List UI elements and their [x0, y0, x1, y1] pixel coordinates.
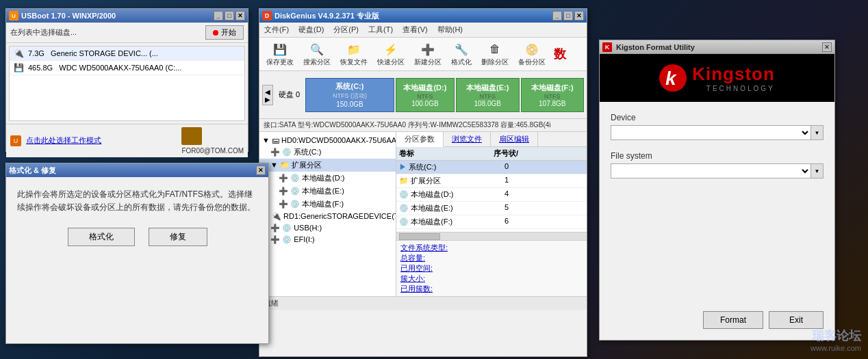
- partition-icon: 💿: [282, 148, 294, 156]
- tree-item-hd0[interactable]: ▼ 🖴 HD0:WDCWD5000AAKX-75U6AA0(466GB): [259, 135, 396, 146]
- tree-item-c[interactable]: ➕ 💿 系统(C:): [259, 146, 396, 159]
- diskgenius-window: D DiskGenius V4.9.2.371 专业版 _ □ ✕ 文件(F) …: [259, 8, 587, 357]
- table-row[interactable]: 📁 扩展分区 1: [396, 174, 587, 188]
- kingston-close-button[interactable]: ✕: [822, 42, 832, 52]
- info-cluster[interactable]: 簇大小:: [400, 274, 583, 284]
- kingston-body: Device ▼ File system ▼ Format Exit: [600, 102, 834, 340]
- partition-e[interactable]: 本地磁盘(E:) NTFS 108.0GB: [456, 78, 519, 112]
- expand-icon: ➕: [279, 200, 290, 208]
- toolbar-format-button[interactable]: 🔧 格式化: [447, 40, 476, 68]
- menu-file[interactable]: 文件(F): [262, 24, 291, 36]
- table-row[interactable]: 💿 本地磁盘(E:) 5: [396, 202, 587, 215]
- kingston-text-block: Kingston TECHNOLOGY: [692, 64, 775, 92]
- diskgenius-maximize-button[interactable]: □: [563, 11, 573, 21]
- tree-item-e[interactable]: ➕ 💿 本地磁盘(E:): [259, 185, 396, 198]
- kingston-filesystem-label: File system: [611, 151, 824, 161]
- diskgenius-close-button[interactable]: ✕: [574, 11, 584, 21]
- partition-f[interactable]: 本地磁盘(F:) NTFS 107.8GB: [521, 78, 584, 112]
- menu-partition[interactable]: 分区(P): [331, 24, 361, 36]
- usboot-logo: U: [10, 135, 21, 146]
- info-total[interactable]: 总容量:: [400, 253, 583, 263]
- list-item[interactable]: 💾 465.8G WDC WD5000AAKX-75U6AA0 (C:...: [10, 61, 244, 75]
- diskgenius-minimize-button[interactable]: _: [552, 11, 562, 21]
- list-item[interactable]: 🔌 7.3G Generic STORAGE DEVIC... (...: [10, 46, 244, 61]
- col-label-header: 卷标: [399, 148, 481, 159]
- tree-item-efi[interactable]: ➕ 💿 EFI(I:): [259, 234, 396, 245]
- tab-browse-files[interactable]: 浏览文件: [444, 132, 491, 146]
- partition-list-header: 卷标 序号 状/: [396, 147, 587, 161]
- info-filesystem[interactable]: 文件系统类型:: [400, 243, 583, 253]
- kingston-device-dropdown-arrow[interactable]: ▼: [811, 125, 824, 140]
- diskgenius-tree: ▼ 🖴 HD0:WDCWD5000AAKX-75U6AA0(466GB) ➕ 💿…: [259, 132, 396, 296]
- diskgenius-title: DiskGenius V4.9.2.371 专业版: [275, 11, 379, 21]
- search-icon: 🔍: [309, 41, 325, 57]
- repair-button[interactable]: 修复: [149, 228, 207, 246]
- toolbar-save-button[interactable]: 💾 保存更改: [262, 40, 298, 68]
- menu-view[interactable]: 查看(V): [400, 24, 430, 36]
- kingston-brand-name: Kingston: [692, 64, 775, 85]
- usboot-maximize-button[interactable]: □: [225, 11, 234, 21]
- menu-disk[interactable]: 硬盘(D): [296, 24, 326, 36]
- scrollbar-thumb[interactable]: [399, 233, 440, 240]
- format-repair-description: 此操作会将所选定的设备或分区格式化为FAT/NTFS格式。选择继续操作将会破坏设…: [17, 188, 257, 214]
- usboot-title: USBoot 1.70 - WINXP/2000: [21, 12, 116, 20]
- tree-item-extended[interactable]: ▼ 📁 扩展分区: [259, 159, 396, 172]
- partition-small-icon: ▶: [399, 163, 409, 171]
- info-used[interactable]: 已用空间:: [400, 263, 583, 274]
- tree-item-f[interactable]: ➕ 💿 本地磁盘(F:): [259, 198, 396, 211]
- info-usedcluster[interactable]: 已用簇数:: [400, 284, 583, 294]
- kingston-icon: K: [602, 42, 612, 52]
- format-button[interactable]: 格式化: [68, 228, 135, 246]
- format-repair-close-button[interactable]: ✕: [256, 165, 266, 175]
- table-row[interactable]: ▶ 系统(C:) 0: [396, 161, 587, 174]
- partition-icon: 💿: [282, 224, 294, 232]
- table-row[interactable]: 💿 本地磁盘(F:) 6: [396, 215, 587, 229]
- tab-sector-edit[interactable]: 扇区编辑: [491, 132, 538, 146]
- tree-item-usb[interactable]: ➕ 💿 USB(H:): [259, 222, 396, 234]
- usboot-toolbar: 在列表中选择磁盘... 开始: [6, 23, 248, 43]
- diskgenius-right-panel: 分区参数 浏览文件 扇区编辑 卷标 序号 状/ ▶ 系统(C:) 0: [396, 132, 587, 296]
- tree-item-rd1[interactable]: ▼ 🔌 RD1:GenericSTORAGEDEVICE(7GB): [259, 211, 396, 222]
- partition-icon: 💿: [282, 235, 294, 243]
- format-repair-titlebar: 格式化 & 修复 ✕: [6, 163, 268, 177]
- tab-partition-params[interactable]: 分区参数: [396, 132, 444, 147]
- drive-icon: 🔌: [14, 49, 24, 58]
- toolbar-search-button[interactable]: 🔍 搜索分区: [299, 40, 335, 68]
- usboot-close-button[interactable]: ✕: [235, 11, 245, 21]
- partition-f-icon: 💿: [399, 217, 411, 226]
- toolbar-backup-button[interactable]: 📀 备份分区: [514, 40, 550, 68]
- usboot-work-mode-link[interactable]: 点击此处选择工作模式: [26, 136, 101, 144]
- expand-icon: ➕: [270, 224, 282, 232]
- tree-expand-icon: ▼: [262, 136, 272, 144]
- menu-tools[interactable]: 工具(T): [366, 24, 395, 36]
- kingston-device-select[interactable]: [611, 125, 811, 140]
- toolbar-delete-button[interactable]: 🗑 删除分区: [477, 40, 513, 68]
- format-repair-content: 此操作会将所选定的设备或分区格式化为FAT/NTFS格式。选择继续操作将会破坏设…: [6, 177, 268, 343]
- kingston-format-button[interactable]: Format: [703, 311, 763, 329]
- disk-nav-prev-button[interactable]: ◀▶: [262, 85, 273, 105]
- kingston-device-group: Device ▼: [611, 113, 824, 140]
- toolbar-newpart-button[interactable]: ➕ 新建分区: [410, 40, 446, 68]
- tree-item-d[interactable]: ➕ 💿 本地磁盘(D:): [259, 172, 396, 185]
- table-row[interactable]: 💿 本地磁盘(D:) 4: [396, 188, 587, 202]
- menu-help[interactable]: 帮助(H): [435, 24, 465, 36]
- kingston-filesystem-dropdown-arrow[interactable]: ▼: [811, 163, 824, 178]
- backup-icon: 📀: [524, 41, 540, 57]
- horizontal-scrollbar[interactable]: [396, 232, 587, 240]
- expand-icon: ➕: [279, 174, 290, 182]
- kingston-exit-button[interactable]: Exit: [769, 311, 824, 329]
- kingston-filesystem-select[interactable]: [611, 163, 811, 178]
- kingston-title: Kigston Format Utility: [616, 43, 695, 51]
- partition-d[interactable]: 本地磁盘(D:) NTFS 100.0GB: [396, 78, 455, 112]
- disk-label-area: 硬盘 0: [276, 90, 303, 100]
- kingston-device-label: Device: [611, 113, 824, 122]
- partition-c[interactable]: 系统(C:) NTFS (活动) 150.0GB: [305, 78, 394, 112]
- usboot-start-button[interactable]: 开始: [205, 25, 244, 40]
- usboot-titlebar: U USBoot 1.70 - WINXP/2000 _ □ ✕: [6, 9, 248, 23]
- partition-icon: 💿: [290, 200, 302, 208]
- toolbar-quickpart-button[interactable]: ⚡ 快速分区: [373, 40, 409, 68]
- diskgenius-statusbar: 就绪: [259, 296, 587, 310]
- usboot-minimize-button[interactable]: _: [214, 11, 223, 21]
- toolbar-restore-button[interactable]: 📁 恢复文件: [336, 40, 372, 68]
- kingston-filesystem-group: File system ▼: [611, 151, 824, 178]
